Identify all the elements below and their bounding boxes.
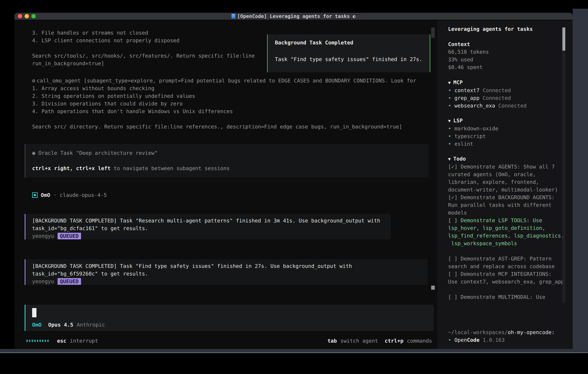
context-stats: 66,518 tokens33% used$0.46 spent bbox=[448, 48, 570, 71]
model-name-label: Opus 4.5 bbox=[48, 321, 73, 329]
todo-text: Demonstrate AST-GREP: Pattern search and… bbox=[448, 256, 555, 269]
tool-call-block: ⚙call_omo_agent [subagent_type=explore, … bbox=[32, 77, 437, 130]
minimize-button[interactable] bbox=[25, 14, 29, 18]
status-bar-right: tab switch agent ctrl+p commands bbox=[327, 337, 437, 345]
todo-item: [ ] Demonstrate MCP INTEGRATIONS: Use co… bbox=[448, 270, 573, 285]
spinner-dot bbox=[45, 340, 46, 342]
todo-checkbox: [ ] bbox=[448, 256, 458, 262]
todo-text: Demonstrate MULTIMODAL: Use bbox=[461, 294, 545, 300]
lsp-section-header[interactable]: ▼LSP bbox=[448, 117, 570, 125]
agent-session-header: OmO · claude-opus-4-5 bbox=[32, 191, 107, 199]
app-version: 1.0.163 bbox=[483, 337, 505, 343]
lsp-section: ▼LSP •markdown-oxide•typescript•eslint bbox=[448, 117, 570, 148]
sidebar: Leveraging agents for tasks Context 66,5… bbox=[437, 21, 573, 349]
todo-item: [ ] Demonstrate AST-GREP: Pattern search… bbox=[448, 255, 573, 270]
background-window-bottom-edge bbox=[0, 349, 588, 353]
toast-body: Task "Find type safety issues" finished … bbox=[275, 55, 422, 63]
lsp-item: •markdown-oxide bbox=[448, 125, 570, 132]
agent-separator: · bbox=[53, 191, 57, 199]
main-scrollbar-segment[interactable] bbox=[431, 28, 435, 38]
collapse-triangle-icon: ▼ bbox=[448, 80, 451, 85]
key-ctrlp: ctrl+p bbox=[385, 337, 404, 345]
tool-call-header-line: ⚙call_omo_agent [subagent_type=explore, … bbox=[32, 77, 437, 84]
sidebar-scrollbar-thumb[interactable] bbox=[562, 28, 565, 51]
spinner-dot bbox=[26, 340, 28, 342]
mcp-items: •context7Connected•grep_appConnected•web… bbox=[448, 86, 570, 109]
app-version-line: •OpenCode1.0.163 bbox=[448, 336, 570, 344]
todo-text: Demonstrate LSP TOOLS: Use lsp_hover, ls… bbox=[448, 217, 564, 246]
close-button[interactable] bbox=[18, 14, 22, 18]
mcp-section-header[interactable]: ▼MCP bbox=[448, 79, 570, 86]
sidebar-scrollbar-track[interactable] bbox=[562, 28, 565, 303]
mcp-item-status: Connected bbox=[483, 87, 511, 93]
app-name-normal: Open bbox=[454, 337, 467, 343]
background-window-right-edge bbox=[573, 9, 588, 353]
status-dot-icon: • bbox=[448, 141, 451, 147]
fisheye-icon: ◉ bbox=[32, 150, 35, 156]
document-icon bbox=[231, 14, 235, 19]
window-title-group: [OpenCode] Leveraging agents for tasks ◐ bbox=[231, 13, 356, 20]
desktop: [OpenCode] Leveraging agents for tasks ◐… bbox=[0, 0, 588, 374]
oracle-task-title-text: Oracle Task "Deep architecture review" bbox=[38, 150, 158, 156]
toast-title: Background Task Completed bbox=[275, 39, 353, 46]
collapse-triangle-icon: ▼ bbox=[448, 156, 451, 162]
status-dot-icon: • bbox=[448, 125, 451, 132]
model-provider-label: Anthropic bbox=[77, 321, 105, 329]
model-short-label: OmO bbox=[32, 321, 42, 329]
mcp-item-status: Connected bbox=[498, 103, 526, 109]
context-stat: 66,518 tokens bbox=[448, 48, 570, 56]
task-result-meta: yeongyu QUEUED bbox=[32, 232, 391, 240]
agent-omo-icon bbox=[32, 192, 38, 198]
checkmark-icon: ✓ bbox=[451, 194, 454, 200]
agent-model: claude-opus-4-5 bbox=[60, 191, 107, 199]
collapse-triangle-icon: ▼ bbox=[448, 118, 451, 123]
spinner-dots-icon bbox=[26, 340, 49, 342]
main-scrollbar-thumb[interactable] bbox=[431, 286, 435, 290]
task-result-block: [BACKGROUND TASK COMPLETED] Task "Resear… bbox=[25, 214, 391, 239]
lsp-items: •markdown-oxide•typescript•eslint bbox=[448, 125, 570, 148]
todo-section: ▼Todo [✓] Demonstrate AGENTS: Show all 7… bbox=[448, 155, 573, 301]
workspace-path-line: ~/local-workspaces/oh-my-opencode: bbox=[448, 328, 570, 336]
tool-call-item: 3. Division operations that could divide… bbox=[32, 100, 437, 107]
mcp-item: •websearch_exaConnected bbox=[448, 102, 570, 109]
key-esc: esc bbox=[57, 337, 66, 345]
terminal-main-area: 3. File handles or streams not closed4. … bbox=[14, 21, 437, 349]
workspace-path-prefix: ~/local-workspaces/ bbox=[448, 329, 508, 335]
prompt-input[interactable]: OmO Opus 4.5 Anthropic bbox=[25, 305, 434, 331]
mcp-item-name: websearch_exa bbox=[454, 103, 495, 109]
task-result-meta: yeongyu QUEUED bbox=[32, 278, 428, 285]
background-task-toast: Background Task Completed Task "Find typ… bbox=[267, 34, 430, 72]
lsp-heading: LSP bbox=[453, 118, 463, 124]
task-author: yeongyu bbox=[32, 278, 54, 285]
spinner-dot bbox=[40, 340, 41, 342]
oracle-task-title: ◉ Oracle Task "Deep architecture review" bbox=[32, 149, 158, 157]
key-tab-label: switch agent bbox=[340, 337, 378, 345]
app-name-bold: Code bbox=[467, 337, 480, 343]
spinner-dot bbox=[42, 340, 43, 342]
window-titlebar: [OpenCode] Leveraging agents for tasks ◐ bbox=[14, 13, 573, 21]
mcp-item: •grep_appConnected bbox=[448, 94, 570, 102]
tool-call-item: 2. String operations on potentially unde… bbox=[32, 92, 437, 100]
todo-checkbox: [✓] bbox=[448, 194, 458, 200]
status-dot-icon: • bbox=[448, 103, 451, 109]
todo-checkbox: [ ] bbox=[448, 271, 458, 277]
todo-item: [ ] Demonstrate LSP TOOLS: Use lsp_hover… bbox=[448, 217, 573, 247]
key-tab: tab bbox=[327, 337, 337, 345]
key-esc-label: interrupt bbox=[70, 337, 98, 345]
model-indicator-row: OmO Opus 4.5 Anthropic bbox=[32, 321, 105, 329]
status-dot-icon: • bbox=[448, 133, 451, 139]
task-result-line2: task_id="bg_6f59260c" to get results. bbox=[32, 270, 428, 278]
tool-call-tail-line: Search src/ directory. Return specific f… bbox=[32, 123, 437, 130]
status-bar: esc interrupt tab switch agent ctrl+p co… bbox=[14, 337, 437, 345]
context-heading: Context bbox=[448, 40, 570, 48]
lsp-item-name: typescript bbox=[454, 133, 486, 139]
mcp-heading: MCP bbox=[453, 79, 463, 85]
checkmark-icon: ✓ bbox=[451, 164, 454, 170]
zoom-button[interactable] bbox=[32, 14, 36, 18]
todo-section-header[interactable]: ▼Todo bbox=[448, 155, 573, 163]
spinner-dot bbox=[37, 340, 38, 342]
context-stat: 33% used bbox=[448, 56, 570, 63]
traffic-lights bbox=[18, 14, 36, 18]
task-result-line1: [BACKGROUND TASK COMPLETED] Task "Resear… bbox=[32, 217, 391, 224]
tool-call-item: 4. Path operations that don't handle Win… bbox=[32, 107, 437, 115]
